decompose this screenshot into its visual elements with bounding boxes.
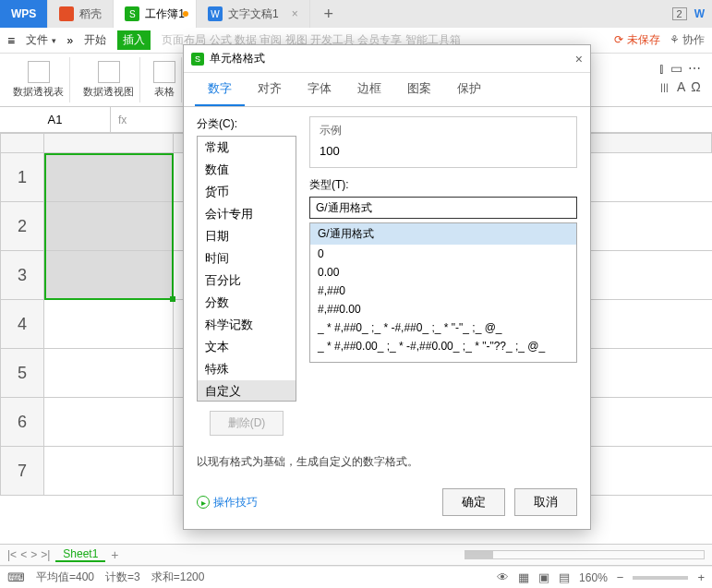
tab-font[interactable]: 字体 (295, 73, 344, 106)
type-list[interactable]: G/通用格式00.00#,##0#,##0.00_ * #,##0_ ;_ * … (309, 222, 577, 363)
category-item[interactable]: 时间 (198, 247, 296, 270)
status-bar: ⌨ 平均值=400 计数=3 求和=1200 👁 ▦ ▣ ▤ 160% − + (0, 566, 712, 588)
row-header[interactable]: 1 (0, 153, 44, 202)
row-header[interactable]: 5 (0, 349, 44, 398)
add-tab-button[interactable]: + (310, 0, 347, 28)
daoqiao-tab[interactable]: 稻壳 (48, 0, 114, 28)
pivot-table-button[interactable]: 数据透视表 (7, 57, 70, 102)
category-label: 分类(C): (197, 116, 296, 132)
type-item[interactable]: #,##0.00 (310, 300, 576, 318)
symbol-icon[interactable]: Ω (691, 79, 700, 94)
category-list[interactable]: 常规数值货币会计专用日期时间百分比分数科学记数文本特殊自定义 (197, 136, 296, 402)
more-icon[interactable]: ⋯ (688, 61, 701, 76)
shape-icon[interactable]: ▭ (670, 61, 682, 76)
sheet-last-icon[interactable]: >| (41, 548, 50, 561)
cell[interactable] (44, 398, 174, 447)
eye-icon[interactable]: 👁 (497, 570, 509, 584)
close-icon[interactable]: × (292, 7, 298, 20)
workbook-tab[interactable]: S工作簿1 (114, 0, 197, 28)
type-input[interactable] (309, 197, 577, 219)
ok-button[interactable]: 确定 (442, 488, 505, 516)
chevron-right-icon[interactable]: » (67, 34, 74, 47)
tab-border[interactable]: 边框 (344, 73, 394, 106)
tab-protect[interactable]: 保护 (444, 73, 494, 106)
text-icon[interactable]: A (677, 79, 685, 94)
hamburger-icon[interactable]: ≡ (7, 33, 15, 48)
dialog-title: 单元格格式 (210, 51, 265, 66)
unsaved-indicator[interactable]: ⟳ 未保存 (614, 32, 659, 48)
select-all-corner[interactable] (0, 133, 44, 153)
menu-insert[interactable]: 插入 (117, 30, 151, 50)
add-sheet-button[interactable]: + (111, 547, 118, 562)
type-item[interactable]: _ * #,##0.00_ ;_ * -#,##0.00_ ;_ * "-"??… (310, 337, 576, 355)
row-header[interactable]: 4 (0, 300, 44, 349)
scrollbar-thumb[interactable] (465, 551, 493, 558)
cell[interactable] (44, 349, 174, 398)
type-item[interactable]: G/通用格式 (310, 223, 576, 245)
category-item[interactable]: 日期 (198, 225, 296, 247)
cell[interactable] (44, 300, 174, 349)
grid-view-icon[interactable]: ▦ (518, 570, 529, 584)
cell[interactable] (44, 251, 174, 300)
type-item[interactable]: #,##0 (310, 282, 576, 300)
sheet-tab[interactable]: Sheet1 (55, 547, 105, 562)
sheet-prev-icon[interactable]: < (20, 548, 27, 561)
zoom-in-icon[interactable]: + (697, 570, 705, 584)
pivot-chart-button[interactable]: 数据透视图 (78, 57, 140, 102)
category-item[interactable]: 自定义 (198, 380, 296, 402)
row-header[interactable]: 3 (0, 251, 44, 300)
file-menu[interactable]: 文件 ▾ (20, 32, 61, 48)
row-header[interactable]: 2 (0, 202, 44, 251)
category-item[interactable]: 文本 (198, 336, 296, 358)
table-icon (153, 61, 175, 83)
category-item[interactable]: 科学记数 (198, 314, 296, 336)
row-header[interactable]: 7 (0, 447, 44, 496)
category-item[interactable]: 分数 (198, 292, 296, 314)
sheet-next-icon[interactable]: > (30, 548, 37, 561)
sheet-first-icon[interactable]: |< (7, 548, 17, 561)
window-badge[interactable]: 2 (672, 7, 687, 20)
cell[interactable] (44, 447, 174, 496)
doc-tab[interactable]: W文字文稿1× (197, 0, 310, 28)
line-chart-icon[interactable]: ⫼ (658, 79, 671, 94)
page-view-icon[interactable]: ▣ (538, 570, 549, 584)
type-item[interactable]: _ * #,##0_ ;_ * -#,##0_ ;_ * "-"_ ;_ @_ (310, 318, 576, 337)
cancel-button[interactable]: 取消 (514, 488, 577, 516)
chart-icon[interactable]: ⫿ (658, 61, 665, 76)
cell[interactable] (44, 202, 174, 251)
zoom-out-icon[interactable]: − (617, 570, 624, 584)
table-button[interactable]: 表格 (148, 57, 182, 102)
fx-icon[interactable]: fx (111, 114, 127, 126)
tab-align[interactable]: 对齐 (245, 73, 295, 106)
row-header[interactable]: 6 (0, 398, 44, 447)
category-item[interactable]: 常规 (198, 137, 296, 159)
horizontal-scrollbar[interactable] (465, 550, 705, 559)
category-item[interactable]: 货币 (198, 181, 296, 203)
keyboard-icon[interactable]: ⌨ (7, 570, 25, 584)
tab-number[interactable]: 数字 (195, 73, 245, 106)
cell[interactable] (44, 153, 174, 202)
zoom-value[interactable]: 160% (579, 571, 608, 584)
reading-view-icon[interactable]: ▤ (559, 570, 570, 584)
name-box[interactable]: A1 (0, 107, 111, 132)
close-icon[interactable]: × (575, 52, 583, 66)
type-item[interactable]: 0.00 (310, 263, 576, 282)
category-item[interactable]: 特殊 (198, 358, 296, 380)
example-label: 示例 (320, 123, 567, 138)
category-item[interactable]: 数值 (198, 159, 296, 181)
type-item[interactable]: 0 (310, 245, 576, 263)
collab-button[interactable]: ⚘ 协作 (670, 32, 705, 48)
category-item[interactable]: 百分比 (198, 270, 296, 292)
dialog-titlebar[interactable]: S 单元格格式 × (184, 45, 590, 73)
cell-format-dialog: S 单元格格式 × 数字 对齐 字体 边框 图案 保护 分类(C): 常规数值货… (183, 44, 591, 530)
wps-tab[interactable]: WPS (0, 0, 48, 28)
wps-logo-icon[interactable]: W (694, 7, 705, 20)
col-header-a[interactable] (44, 133, 174, 153)
category-item[interactable]: 会计专用 (198, 203, 296, 225)
menu-start[interactable]: 开始 (78, 32, 112, 48)
app-tab-bar: WPS 稻壳 S工作簿1 W文字文稿1× + 2 W (0, 0, 712, 28)
dialog-tabs: 数字 对齐 字体 边框 图案 保护 (184, 73, 590, 107)
zoom-slider[interactable] (633, 576, 688, 580)
tips-link[interactable]: ▸操作技巧 (197, 495, 258, 510)
tab-pattern[interactable]: 图案 (394, 73, 444, 106)
